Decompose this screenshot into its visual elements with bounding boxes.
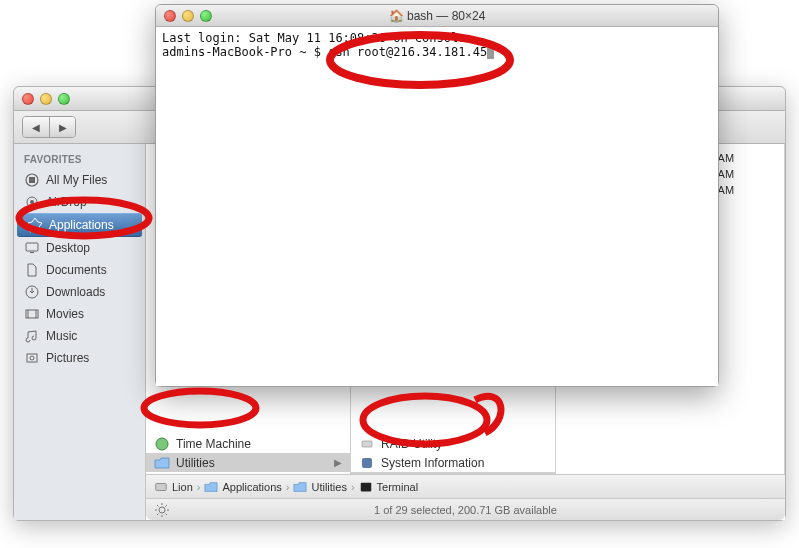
all-files-icon <box>24 172 40 188</box>
sidebar-item-label: All My Files <box>46 173 107 187</box>
terminal-line: Last login: Sat May 11 16:08:36 on conso… <box>162 31 465 45</box>
sidebar-item-label: Movies <box>46 307 84 321</box>
sidebar-item-label: Desktop <box>46 241 90 255</box>
svg-rect-1 <box>29 177 35 183</box>
close-icon[interactable] <box>164 10 176 22</box>
sidebar-item-music[interactable]: Music <box>14 325 145 347</box>
sidebar-item-airdrop[interactable]: AirDrop <box>14 191 145 213</box>
documents-icon <box>24 262 40 278</box>
sidebar-item-downloads[interactable]: Downloads <box>14 281 145 303</box>
path-label: Lion <box>172 481 193 493</box>
sidebar-item-label: Music <box>46 329 77 343</box>
terminal-command: ssh root@216.34.181.45 <box>328 45 487 59</box>
disk-icon <box>154 480 168 494</box>
finder-status-bar: 1 of 29 selected, 200.71 GB available <box>146 498 785 520</box>
path-separator-icon: › <box>197 481 201 493</box>
item-label: System Information <box>381 456 484 470</box>
terminal-titlebar[interactable]: 🏠 bash — 80×24 <box>156 5 718 27</box>
folder-icon <box>204 480 218 494</box>
folder-icon <box>293 480 307 494</box>
minimize-icon[interactable] <box>182 10 194 22</box>
path-label: Applications <box>222 481 281 493</box>
app-icon <box>359 436 375 452</box>
list-item[interactable]: RAID Utility <box>351 434 555 453</box>
terminal-prompt: admins-MacBook-Pro ~ $ <box>162 45 328 59</box>
app-icon <box>359 455 375 471</box>
chevron-right-icon: ▶ <box>334 457 342 468</box>
sidebar-item-desktop[interactable]: Desktop <box>14 237 145 259</box>
finder-sidebar: FAVORITES All My Files AirDrop Applicati… <box>14 144 146 520</box>
terminal-body[interactable]: Last login: Sat May 11 16:08:36 on conso… <box>156 27 718 386</box>
sidebar-item-label: Documents <box>46 263 107 277</box>
terminal-icon <box>359 480 373 494</box>
zoom-icon[interactable] <box>200 10 212 22</box>
folder-icon <box>154 455 170 471</box>
svg-rect-14 <box>362 458 372 468</box>
sidebar-item-documents[interactable]: Documents <box>14 259 145 281</box>
pictures-icon <box>24 350 40 366</box>
svg-rect-4 <box>26 243 38 251</box>
sidebar-item-pictures[interactable]: Pictures <box>14 347 145 369</box>
path-item[interactable]: Applications <box>204 480 281 494</box>
downloads-icon <box>24 284 40 300</box>
minimize-icon[interactable] <box>40 93 52 105</box>
item-label: Time Machine <box>176 437 251 451</box>
applications-icon <box>27 217 43 233</box>
path-label: Utilities <box>311 481 346 493</box>
svg-rect-19 <box>360 482 371 491</box>
nav-back-button[interactable]: ◀ <box>23 117 49 137</box>
sidebar-item-label: AirDrop <box>46 195 87 209</box>
svg-point-10 <box>156 438 168 450</box>
list-item[interactable]: Time Machine <box>146 434 350 453</box>
list-item[interactable]: System Information <box>351 453 555 472</box>
terminal-window: 🏠 bash — 80×24 Last login: Sat May 11 16… <box>155 4 719 387</box>
svg-point-20 <box>159 507 165 513</box>
svg-rect-18 <box>156 483 167 490</box>
zoom-icon[interactable] <box>58 93 70 105</box>
home-icon: 🏠 <box>389 9 404 23</box>
status-text: 1 of 29 selected, 200.71 GB available <box>374 504 557 516</box>
path-separator-icon: › <box>286 481 290 493</box>
sidebar-item-label: Downloads <box>46 285 105 299</box>
svg-rect-8 <box>27 354 37 362</box>
airdrop-icon <box>24 194 40 210</box>
path-label: Terminal <box>377 481 419 493</box>
path-item[interactable]: Utilities <box>293 480 346 494</box>
sidebar-item-label: Applications <box>49 218 114 232</box>
=: 🏠 bash — 80×24 <box>156 9 718 23</box>
item-label: RAID Utility <box>381 437 442 451</box>
path-separator-icon: › <box>351 481 355 493</box>
music-icon <box>24 328 40 344</box>
nav-forward-button[interactable]: ▶ <box>49 117 75 137</box>
svg-point-9 <box>30 356 34 360</box>
sidebar-item-all-my-files[interactable]: All My Files <box>14 169 145 191</box>
desktop-icon <box>24 240 40 256</box>
item-label: Utilities <box>176 456 215 470</box>
sidebar-item-movies[interactable]: Movies <box>14 303 145 325</box>
path-item[interactable]: Lion <box>154 480 193 494</box>
svg-point-3 <box>30 200 34 204</box>
sidebar-item-label: Pictures <box>46 351 89 365</box>
gear-icon[interactable] <box>154 502 170 518</box>
finder-path-bar: Lion › Applications › Utilities › Termin… <box>146 474 785 498</box>
app-icon <box>154 436 170 452</box>
sidebar-header: FAVORITES <box>14 150 145 169</box>
svg-rect-13 <box>362 441 372 447</box>
sidebar-item-applications[interactable]: Applications <box>17 213 142 237</box>
list-item[interactable]: Utilities ▶ <box>146 453 350 472</box>
nav-back-forward: ◀ ▶ <box>22 116 76 138</box>
movies-icon <box>24 306 40 322</box>
path-item[interactable]: Terminal <box>359 480 419 494</box>
cursor-icon <box>487 45 494 59</box>
close-icon[interactable] <box>22 93 34 105</box>
svg-rect-5 <box>30 252 34 253</box>
terminal-title-text: bash — 80×24 <box>407 9 485 23</box>
